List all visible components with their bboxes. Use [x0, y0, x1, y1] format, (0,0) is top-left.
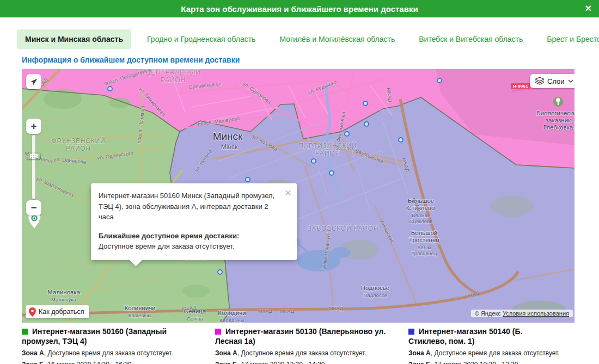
settlement-label-be: Трасцянец	[411, 250, 437, 256]
settlement-label: Большой	[411, 230, 437, 236]
store-info-popup: × Интернет-магазин 50160 Минск (Западный…	[91, 183, 297, 260]
settlement-label: Глебковка	[543, 124, 573, 131]
popup-store-line: Интернет-магазин 50160 Минск (Западный п…	[99, 190, 275, 223]
popup-heading: Ближайшее доступное время доставки:	[99, 231, 275, 242]
region-tabs: Минск и Минская область Гродно и Гроднен…	[17, 29, 599, 49]
settlement-label-be: Маліноўка	[51, 297, 77, 303]
settlement-label: Копиевичи	[124, 305, 155, 311]
tab-minsk[interactable]: Минск и Минская область	[17, 29, 131, 49]
settlement-label: Подлосье	[361, 285, 390, 291]
map[interactable]: ЦЕНТРАЛЬНЫЙРАЙОНФРУНЗЕНСКИЙРАЙОНПАРТИЗАН…	[22, 69, 574, 323]
settlement-label-be: Калядзічы	[219, 317, 244, 323]
settlement-label-be: Сцяклева	[409, 218, 433, 224]
zoom-out-button[interactable]: −	[26, 200, 41, 215]
park-patch	[109, 97, 131, 108]
green-zone-swatch	[22, 329, 28, 335]
modal-title: Карта зон обслуживания и ближайшего врем…	[181, 4, 418, 14]
zone-row: Зона А, Доступное время для заказа отсут…	[22, 349, 202, 357]
directions-button[interactable]: Как добраться	[26, 305, 89, 318]
settlement-label-be: Вялікі	[417, 244, 431, 250]
district-label: ЗАВОДСКОЙ РАЙОН	[308, 224, 379, 232]
nature-reserve-icon	[553, 97, 563, 107]
settlement-label: Биологический	[536, 110, 574, 116]
magenta-zone-swatch	[215, 329, 221, 335]
zone-row: Зона Б, 17 марта 2020 10:30 - 12:30	[408, 361, 561, 364]
settlement-label-be: Падлоссе	[363, 292, 387, 298]
settlement-label: Малиновка	[47, 289, 80, 295]
zoom-in-button[interactable]: +	[26, 119, 41, 134]
legend-title: Интернет-магазин 50160 (Западный промузе…	[22, 326, 202, 346]
tab-grodno[interactable]: Гродно и Гродненская область	[139, 29, 264, 49]
map-point-marker[interactable]	[437, 78, 442, 83]
zoom-slider-track[interactable]	[32, 135, 35, 199]
map-point-marker[interactable]	[399, 138, 403, 142]
map-point-marker[interactable]	[364, 122, 369, 126]
district-label: ФРУНЗЕНСКИЙ	[52, 137, 106, 145]
street-label: МКАД	[280, 308, 295, 314]
map-point-marker[interactable]	[246, 177, 250, 182]
park-patch	[182, 285, 210, 298]
tab-vitebsk[interactable]: Витебск и Витебская область	[411, 29, 531, 49]
settlement-label-be: Вялікае	[412, 212, 430, 218]
zone-row: Зона Б, 17 марта 2020 12:30 - 14:30	[215, 361, 395, 364]
legend-column-50140: Интернет-магазин 50140 (Б. Стиклево, пом…	[408, 326, 574, 364]
map-point-marker[interactable]	[108, 87, 112, 91]
road-number-badge: Н-9061	[511, 83, 530, 89]
park-patch	[490, 195, 534, 217]
map-point-marker[interactable]	[329, 171, 334, 175]
city-label: Минск	[213, 131, 243, 142]
zone-row: Зона А, Доступное время для заказа отсут…	[215, 349, 395, 357]
legend-title: Интернет-магазин 50140 (Б. Стиклево, пом…	[408, 326, 561, 346]
layers-icon	[535, 77, 544, 85]
district-label: ЦЕНТРАЛЬНЫЙ	[146, 69, 201, 76]
modal-header: Карта зон обслуживания и ближайшего врем…	[0, 0, 599, 17]
legend-column-50160: Интернет-магазин 50160 (Западный промузе…	[22, 326, 215, 364]
map-pin-icon	[29, 307, 36, 317]
settlement-label: Колядичи	[218, 310, 246, 316]
zoom-slider-handle[interactable]	[27, 152, 41, 159]
copyright-text: © Яндекс	[475, 310, 501, 317]
tab-brest[interactable]: Брест и Брестская область	[539, 29, 599, 49]
street-label: МКАД	[329, 305, 344, 311]
tab-mogilev[interactable]: Могилёв и Могилёвская область	[271, 29, 403, 49]
map-point-marker[interactable]	[311, 159, 316, 163]
map-point-marker[interactable]	[363, 101, 368, 106]
close-icon[interactable]: ✕	[585, 4, 592, 13]
zone-row: Зона А, Доступное время для заказа отсут…	[408, 349, 561, 357]
layers-label: Слои	[547, 77, 565, 85]
settlement-label-be: Сеніца	[187, 316, 204, 322]
street-label: МКАД	[258, 308, 273, 314]
legend-column-50130: Интернет-магазин 50130 (Валерьяново ул. …	[215, 326, 408, 364]
geolocation-arrow-icon	[30, 78, 38, 86]
settlement-label-be: Капіевічы	[129, 312, 151, 318]
stores-legend: Интернет-магазин 50160 (Западный промузе…	[0, 326, 599, 364]
geolocation-button[interactable]	[26, 74, 41, 89]
district-label: РАЙОН	[66, 144, 91, 152]
layers-button[interactable]: Слои	[530, 74, 574, 88]
blue-zone-swatch	[408, 329, 414, 335]
directions-label: Как добраться	[39, 308, 84, 316]
zone-row: Зона Б, 16 марта 2020 14:30 - 16:30	[22, 361, 202, 364]
terms-link[interactable]: Условия использования	[503, 310, 569, 317]
legend-title: Интернет-магазин 50130 (Валерьяново ул. …	[215, 326, 395, 346]
chevron-down-icon	[568, 79, 573, 83]
delivery-info-link[interactable]: Информация о ближайшем доступном времени…	[22, 55, 240, 64]
map-copyright: © Яндекс Условия использования	[471, 310, 573, 317]
city-label-be: Мінск	[221, 143, 238, 151]
popup-body: Доступное время для заказа отсутствует.	[99, 241, 275, 252]
district-label: РАЙОН	[161, 76, 186, 84]
map-point-marker[interactable]	[345, 132, 349, 136]
settlement-label: заказник	[546, 117, 571, 124]
map-point-marker[interactable]	[218, 270, 222, 274]
settlement-label: Тростенец	[409, 237, 439, 243]
popup-close-icon[interactable]: ×	[285, 187, 291, 198]
